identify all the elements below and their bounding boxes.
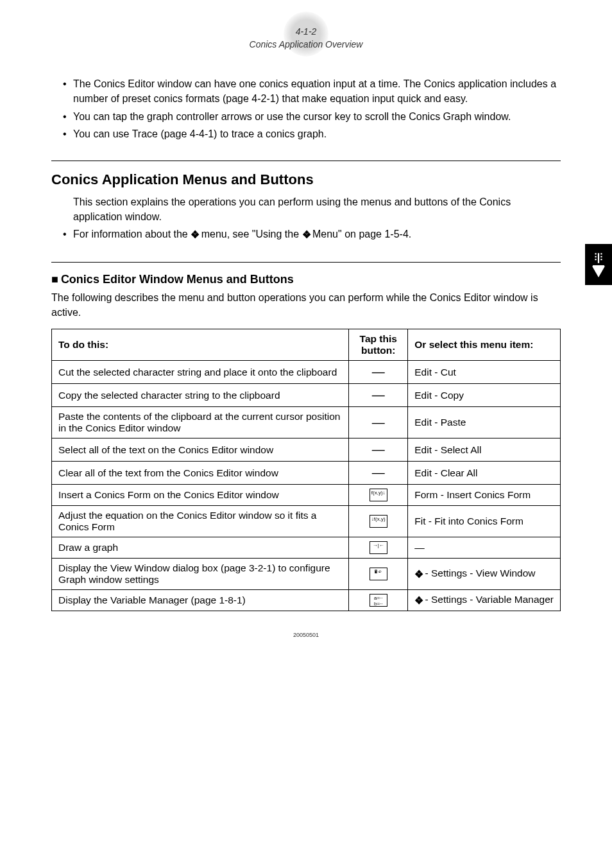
menu-cell: — bbox=[408, 537, 561, 559]
menu-cell: Fit - Fit into Conics Form bbox=[408, 506, 561, 537]
button-cell: ↓f(x,y) bbox=[349, 506, 408, 537]
button-cell: — bbox=[349, 407, 408, 438]
action-cell: Display the Variable Manager (page 1-8-1… bbox=[52, 590, 349, 611]
menu-cell: ❖ - Settings - View Window bbox=[408, 559, 561, 590]
no-button-dash: — bbox=[372, 388, 385, 402]
table-row: Adjust the equation on the Conics Editor… bbox=[52, 506, 561, 537]
no-button-dash: — bbox=[372, 415, 385, 430]
toolbar-button-icon: f(x,y)↓ bbox=[370, 489, 387, 501]
action-cell: Draw a graph bbox=[52, 537, 349, 559]
menu-cell: Edit - Copy bbox=[408, 384, 561, 407]
col-header-menu: Or select this menu item: bbox=[408, 329, 561, 361]
action-cell: Select all of the text on the Conics Edi… bbox=[52, 438, 349, 462]
menu-cell: Edit - Select All bbox=[408, 438, 561, 462]
intro-bullet: You can tap the graph controller arrows … bbox=[73, 109, 561, 124]
table-row: Select all of the text on the Conics Edi… bbox=[52, 438, 561, 462]
menu-cell: Form - Insert Conics Form bbox=[408, 485, 561, 506]
action-cell: Copy the selected character string to th… bbox=[52, 384, 349, 407]
action-cell: Adjust the equation on the Conics Editor… bbox=[52, 506, 349, 537]
intro-bullets: The Conics Editor window can have one co… bbox=[51, 76, 561, 141]
action-cell: Cut the selected character string and pl… bbox=[52, 361, 349, 384]
page-title: Conics Application Overview bbox=[51, 39, 561, 51]
intro-bullet: You can use Trace (page 4-4-1) to trace … bbox=[73, 126, 561, 141]
subsection-desc: The following describes the menu and but… bbox=[51, 290, 561, 320]
divider bbox=[51, 161, 561, 161]
button-cell: �꩜ bbox=[349, 559, 408, 590]
toolbar-button-icon: �꩜ bbox=[370, 568, 387, 580]
page-header: 4-1-2 Conics Application Overview bbox=[51, 26, 561, 51]
button-cell: — bbox=[349, 384, 408, 407]
table-row: Draw a graph→|←— bbox=[52, 537, 561, 559]
menu-cell: Edit - Cut bbox=[408, 361, 561, 384]
table-row: Display the Variable Manager (page 1-8-1… bbox=[52, 590, 561, 611]
toolbar-button-icon: ↓f(x,y) bbox=[370, 515, 387, 528]
toolbar-button-icon: →|← bbox=[370, 541, 387, 554]
settings-menu-icon: ❖ bbox=[414, 595, 422, 607]
settings-menu-icon: ❖ bbox=[414, 568, 422, 580]
action-cell: Clear all of the text from the Conics Ed… bbox=[52, 462, 349, 485]
button-cell: f(x,y)↓ bbox=[349, 485, 408, 506]
table-row: Clear all of the text from the Conics Ed… bbox=[52, 462, 561, 485]
toolbar-button-icon: a=·· b=·· bbox=[370, 594, 387, 607]
subsection-title: ■Conics Editor Window Menus and Buttons bbox=[51, 273, 561, 286]
settings-menu-icon: ❖ bbox=[191, 227, 198, 242]
action-cell: Display the View Window dialog box (page… bbox=[52, 559, 349, 590]
square-bullet: ■ bbox=[51, 273, 58, 286]
button-cell: →|← bbox=[349, 537, 408, 559]
table-row: Insert a Conics Form on the Conics Edito… bbox=[52, 485, 561, 506]
col-header-action: To do this: bbox=[52, 329, 349, 361]
footer-code: 20050501 bbox=[293, 632, 319, 638]
page-ref: 4-1-2 bbox=[51, 26, 561, 39]
operations-table: To do this: Tap this button: Or select t… bbox=[51, 329, 561, 611]
section-bullet: For information about the ❖ menu, see "U… bbox=[73, 227, 561, 242]
menu-cell: Edit - Clear All bbox=[408, 462, 561, 485]
menu-cell: ❖ - Settings - Variable Manager bbox=[408, 590, 561, 611]
divider bbox=[51, 262, 561, 263]
table-row: Display the View Window dialog box (page… bbox=[52, 559, 561, 590]
settings-menu-icon: ❖ bbox=[302, 227, 310, 242]
no-button-dash: — bbox=[372, 365, 385, 379]
section-body: This section explains the operations you… bbox=[51, 195, 561, 243]
col-header-button: Tap this button: bbox=[349, 329, 408, 361]
section-desc: This section explains the operations you… bbox=[73, 195, 561, 224]
button-cell: a=·· b=·· bbox=[349, 590, 408, 611]
table-row: Paste the contents of the clipboard at t… bbox=[52, 407, 561, 438]
button-cell: — bbox=[349, 462, 408, 485]
section-title: Conics Application Menus and Buttons bbox=[51, 171, 561, 188]
button-cell: — bbox=[349, 438, 408, 462]
no-button-dash: — bbox=[372, 465, 385, 480]
table-row: Cut the selected character string and pl… bbox=[52, 361, 561, 384]
table-row: Copy the selected character string to th… bbox=[52, 384, 561, 407]
intro-bullet: The Conics Editor window can have one co… bbox=[73, 76, 561, 106]
button-cell: — bbox=[349, 361, 408, 384]
action-cell: Paste the contents of the clipboard at t… bbox=[52, 407, 349, 438]
action-cell: Insert a Conics Form on the Conics Edito… bbox=[52, 485, 349, 506]
menu-cell: Edit - Paste bbox=[408, 407, 561, 438]
no-button-dash: — bbox=[372, 442, 385, 456]
